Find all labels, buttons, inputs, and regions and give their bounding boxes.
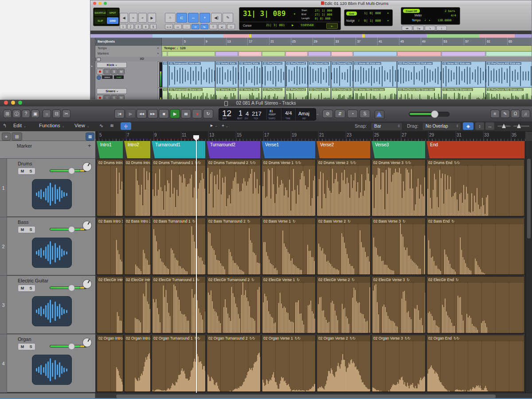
apple-loops-icon[interactable]: Ω bbox=[511, 110, 520, 118]
zoom-window-icon[interactable] bbox=[104, 2, 107, 5]
region[interactable]: 02 Drums Intro 1 bbox=[97, 159, 123, 216]
zoom-arrow-button[interactable]: ▶ bbox=[148, 13, 156, 23]
nudge-note-icon[interactable]: ♩ bbox=[358, 19, 360, 22]
mirror-midi-icon[interactable]: ⋯ bbox=[183, 24, 191, 29]
zoom-preset-button[interactable]: 4 bbox=[142, 24, 149, 29]
lcd-div[interactable]: 4 bbox=[246, 110, 249, 117]
main-counter-value[interactable]: 31| 3| 089 bbox=[243, 9, 286, 18]
volume-thumb[interactable] bbox=[68, 226, 75, 233]
editors-icon[interactable]: ✂ bbox=[62, 110, 70, 118]
grid-mode-button[interactable]: GRID bbox=[107, 17, 118, 24]
horizontal-auto-zoom-button[interactable]: ↔ bbox=[485, 122, 494, 130]
global-tracks-button[interactable]: ▦ bbox=[86, 133, 94, 141]
zoom-arrow-button[interactable]: ◀ bbox=[120, 13, 128, 23]
tempo-value[interactable]: 120.0000 bbox=[438, 19, 451, 22]
protools-edit-window[interactable]: Edit: 01 120 Bbm Full Multi-Drums SHUFFL… bbox=[90, 0, 532, 100]
master-volume-slider[interactable] bbox=[409, 112, 450, 117]
spot-mode-button[interactable]: SPOT bbox=[107, 9, 118, 16]
track-header[interactable]: Kick▾ISMwaveread bbox=[95, 61, 158, 87]
automation-mode-chip[interactable]: read bbox=[114, 75, 124, 79]
track-name[interactable]: Organ bbox=[18, 336, 31, 342]
marker-end[interactable]: End bbox=[426, 141, 524, 158]
add-tempo-icon[interactable]: + bbox=[157, 46, 159, 50]
region[interactable]: 02 Drums Verse 1↻↻ bbox=[262, 159, 316, 216]
region[interactable]: 02 Bass Intro 1 bbox=[97, 218, 123, 275]
track-number[interactable]: 4 bbox=[0, 334, 7, 393]
pan-knob[interactable] bbox=[82, 279, 92, 289]
quick-help-icon[interactable]: ? bbox=[22, 110, 30, 118]
track-lane[interactable]: 02 Organ Intro 102 Organ Intro 202 Organ… bbox=[95, 334, 525, 392]
link-timeline-icon[interactable]: ⊙ bbox=[192, 24, 200, 29]
region[interactable]: 02 Organ End↻↻ bbox=[426, 335, 524, 392]
region[interactable]: 02 ElecGtr Turnaround 2↻ bbox=[207, 276, 261, 333]
count-off-value[interactable]: 2 bars bbox=[445, 9, 455, 13]
region[interactable]: 02 Organ Verse 2↻↻ bbox=[317, 335, 371, 392]
track-header[interactable]: BassMS bbox=[7, 217, 95, 275]
volume-thumb[interactable] bbox=[68, 343, 75, 350]
zoom-preset-button[interactable]: 5 bbox=[150, 24, 156, 29]
region[interactable]: 02 ElecGtr Verse 2↻ bbox=[317, 276, 371, 333]
region[interactable]: 02 Organ Verse 1↻↻ bbox=[262, 335, 316, 392]
shuffle-mode-button[interactable]: SHUFFLE bbox=[94, 9, 106, 16]
region[interactable]: 02 ElecGtr End↻ bbox=[426, 276, 524, 333]
marker-turnaround2[interactable]: Turnaround2 bbox=[207, 141, 260, 158]
play-button[interactable]: ▶ bbox=[170, 109, 180, 118]
track-number[interactable]: 3 bbox=[0, 276, 7, 334]
automation-dot-icon[interactable] bbox=[97, 75, 101, 80]
track-name[interactable]: Bass bbox=[18, 219, 28, 225]
toolbar-toggle-icon[interactable]: ▣ bbox=[31, 110, 39, 118]
zoom-toggle-icon[interactable]: ⇤⇥ bbox=[165, 24, 173, 29]
region[interactable]: 02 Organ Intro 2 bbox=[124, 335, 151, 392]
marker-verse1[interactable]: Verse1 bbox=[262, 141, 315, 158]
zoom-arrow-button[interactable]: « bbox=[138, 13, 147, 23]
lcd-bar[interactable]: 12 bbox=[222, 109, 231, 118]
lcd-beat[interactable]: 1 bbox=[239, 110, 243, 117]
volume-thumb[interactable] bbox=[68, 285, 75, 291]
mute-button[interactable]: M bbox=[18, 343, 27, 350]
zoom-preset-button[interactable]: 1 bbox=[120, 24, 126, 29]
logic-titlebar[interactable]: 02 081 A Full Stereo - Tracks bbox=[0, 100, 532, 107]
go-to-beginning-button[interactable]: |◀ bbox=[114, 109, 125, 118]
track-name[interactable]: Drums bbox=[18, 161, 32, 166]
vertical-zoom-slider[interactable] bbox=[497, 125, 511, 127]
close-icon[interactable] bbox=[4, 101, 8, 105]
punch-in-out-button[interactable]: ⇵ bbox=[335, 110, 345, 118]
solo-button[interactable]: S bbox=[27, 226, 35, 233]
metronome-option-button[interactable]: ⇣ bbox=[436, 26, 447, 31]
region[interactable]: 02 Drums Verse 3↻↻ bbox=[372, 159, 426, 216]
marker-turnaround1[interactable]: Turnaround1 bbox=[152, 141, 205, 158]
logic-triangle-icon[interactable] bbox=[375, 110, 384, 119]
marker-segment[interactable]: ◆Chorus1 bbox=[308, 51, 331, 56]
region[interactable]: 02 Drums Turnaround 1↻↻ bbox=[152, 159, 206, 216]
cycle-button[interactable]: ↻ bbox=[203, 109, 213, 118]
track-name-box[interactable]: Kick▾ bbox=[97, 62, 127, 68]
mixer-icon[interactable]: ⊟ bbox=[52, 110, 61, 118]
region[interactable]: 02 Bass Intro 2 bbox=[124, 218, 151, 275]
nudge-dropdown-icon[interactable]: ▾ bbox=[387, 19, 389, 23]
vertical-scrollbar[interactable] bbox=[525, 141, 532, 393]
note-pads-icon[interactable]: ✎ bbox=[501, 110, 510, 118]
nudge-value[interactable]: 0| 1| 000 bbox=[364, 19, 381, 23]
lcd-tick[interactable]: 217 bbox=[252, 110, 262, 117]
marker-segment[interactable]: ◆Verse Alt2 bbox=[442, 51, 485, 56]
m-button[interactable]: M bbox=[118, 95, 125, 100]
vzoom-thumb[interactable] bbox=[502, 124, 506, 128]
grid-dropdown-icon[interactable]: ▾ bbox=[387, 12, 389, 15]
record-enable-button[interactable] bbox=[97, 69, 103, 74]
metronome-option-button[interactable]: ◂● bbox=[402, 26, 412, 31]
pan-knob[interactable] bbox=[82, 221, 92, 230]
region[interactable]: 02 ElecGtr Turnaround 1↻ bbox=[152, 276, 206, 333]
count-off-label[interactable]: Count Off bbox=[403, 9, 420, 13]
insertion-follows-icon[interactable]: ≡ bbox=[209, 24, 217, 29]
track-options-icon[interactable] bbox=[97, 58, 101, 61]
region[interactable]: 02 Bass Verse 3↻ bbox=[372, 218, 426, 275]
region[interactable]: 02 Drums Intro 2 bbox=[124, 159, 151, 216]
volume-slider[interactable] bbox=[50, 286, 87, 289]
tempo-ruler[interactable]: ▸ Tempo + Tempo: ♩120 bbox=[90, 46, 532, 51]
slip-mode-button[interactable]: SLIP bbox=[94, 17, 106, 24]
grid-nudge-cluster[interactable]: Grid 1| 0| 000 ▾ Nudge ♩ 0| 1| 000 ▾ bbox=[344, 9, 393, 26]
audio-region[interactable]: 01 bbox=[162, 61, 168, 87]
inspector-icon[interactable]: ⓘ bbox=[12, 110, 21, 118]
lcd-key[interactable]: Amaj bbox=[298, 111, 309, 116]
layered-edit-icon[interactable]: ▭ bbox=[227, 24, 235, 29]
